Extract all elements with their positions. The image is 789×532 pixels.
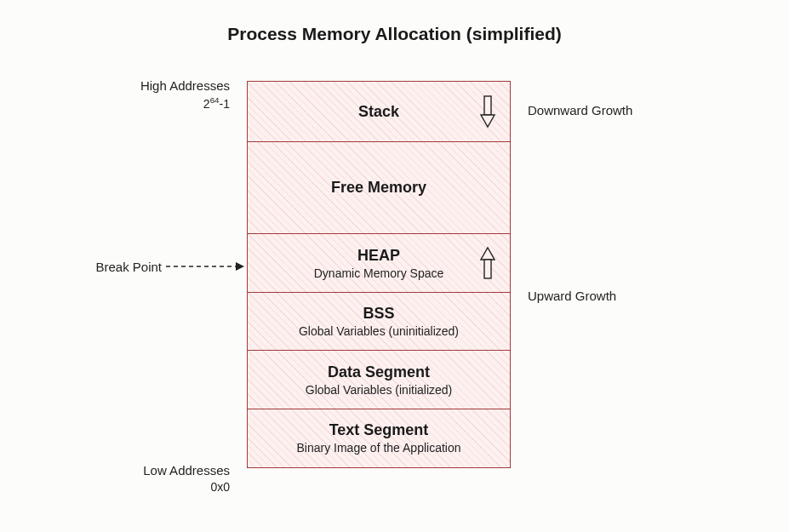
segment-heap-sub: Dynamic Memory Space bbox=[314, 266, 444, 280]
memory-diagram: High Addresses 264-1 Break Point Low Add… bbox=[0, 81, 789, 523]
segment-text-title: Text Segment bbox=[329, 421, 429, 439]
svg-rect-2 bbox=[484, 260, 491, 278]
segment-data: Data Segment Global Variables (initializ… bbox=[247, 350, 511, 409]
label-high-line1: High Addresses bbox=[85, 77, 230, 94]
break-point-arrow-icon bbox=[166, 260, 247, 273]
high-post: -1 bbox=[220, 97, 230, 111]
memory-segments: Stack Free Memory HEAP Dynamic Memory Sp… bbox=[247, 81, 511, 468]
segment-free-title: Free Memory bbox=[331, 179, 426, 197]
label-upward-growth: Upward Growth bbox=[528, 289, 616, 303]
segment-heap-title: HEAP bbox=[357, 247, 400, 265]
label-low-line1: Low Addresses bbox=[85, 462, 230, 479]
segment-bss-sub: Global Variables (uninitialized) bbox=[299, 324, 459, 338]
segment-text-sub: Binary Image of the Application bbox=[296, 441, 460, 455]
segment-data-sub: Global Variables (initialized) bbox=[306, 383, 452, 397]
svg-rect-1 bbox=[484, 96, 491, 115]
label-low-addresses: Low Addresses 0x0 bbox=[85, 462, 230, 495]
label-low-line2: 0x0 bbox=[85, 479, 230, 495]
segment-free-memory: Free Memory bbox=[247, 141, 511, 235]
segment-bss: BSS Global Variables (uninitialized) bbox=[247, 292, 511, 352]
label-high-line2: 264-1 bbox=[85, 94, 230, 112]
segment-stack-title: Stack bbox=[358, 103, 399, 121]
segment-stack: Stack bbox=[247, 81, 511, 142]
segment-heap: HEAP Dynamic Memory Space bbox=[247, 233, 511, 293]
arrow-up-icon bbox=[479, 246, 496, 280]
diagram-title: Process Memory Allocation (simplified) bbox=[0, 0, 789, 44]
label-high-addresses: High Addresses 264-1 bbox=[85, 77, 230, 112]
segment-data-title: Data Segment bbox=[328, 363, 430, 381]
arrow-down-icon bbox=[479, 94, 496, 129]
high-base: 2 bbox=[203, 97, 210, 111]
label-break-point: Break Point bbox=[51, 259, 162, 276]
label-break-text: Break Point bbox=[95, 260, 162, 274]
label-downward-growth: Downward Growth bbox=[528, 103, 632, 117]
high-exp: 64 bbox=[210, 95, 220, 105]
segment-bss-title: BSS bbox=[363, 305, 394, 323]
segment-text: Text Segment Binary Image of the Applica… bbox=[247, 409, 511, 468]
